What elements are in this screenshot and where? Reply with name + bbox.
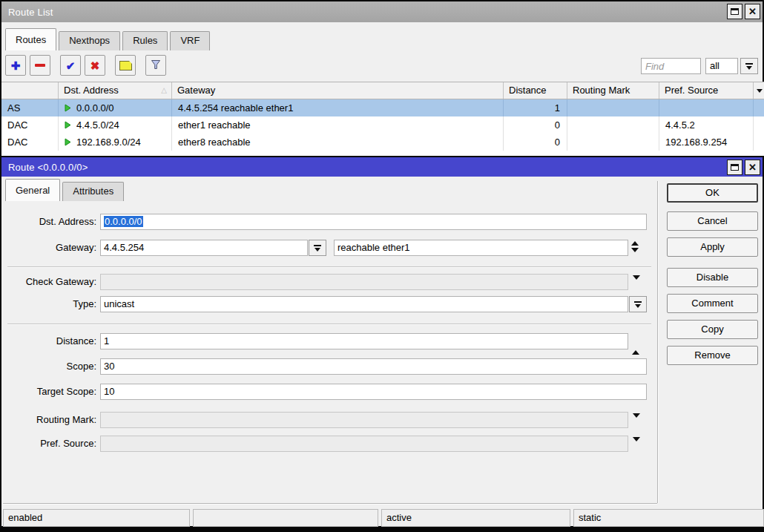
comment-button[interactable] — [115, 55, 136, 76]
column-header-routing_mark[interactable]: Routing Mark — [567, 82, 659, 99]
filter-scope-dropdown-button[interactable] — [740, 58, 758, 74]
field-row-routing-mark: Routing Mark: — [1, 412, 654, 428]
status-enabled: enabled — [3, 509, 190, 527]
check-gateway-input[interactable] — [100, 274, 628, 290]
scope-label: Scope: — [1, 358, 96, 375]
comment-button[interactable]: Comment — [667, 294, 758, 313]
plus-icon: ✚ — [11, 60, 21, 71]
dialog-maximize-button[interactable] — [727, 160, 742, 175]
disable-button[interactable]: ✖ — [85, 55, 105, 76]
route-list-titlebar[interactable]: Route List ✕ — [1, 1, 763, 22]
field-row-gateway: Gateway: 4.4.5.254 reachable ether1 — [1, 240, 654, 256]
cell-dst: 192.168.9.0/24 — [59, 134, 172, 151]
route-dialog-tabs: GeneralAttributes — [5, 179, 126, 201]
remove-button[interactable]: Remove — [667, 346, 758, 365]
window-title: Route List — [8, 7, 53, 18]
separator — [7, 324, 651, 325]
target-scope-input[interactable]: 10 — [100, 384, 647, 400]
close-button[interactable]: ✕ — [745, 4, 760, 19]
dialog-title: Route <0.0.0.0/0> — [8, 162, 88, 173]
table-row[interactable]: AS0.0.0.0/04.4.5.254 reachable ether11 — [1, 99, 764, 116]
remove-button[interactable] — [30, 55, 50, 76]
ok-button[interactable]: OK — [667, 183, 758, 203]
routing-mark-input[interactable] — [100, 412, 628, 428]
funnel-icon — [150, 59, 162, 73]
status-active: active — [381, 509, 570, 527]
check-icon: ✔ — [66, 60, 76, 71]
type-label: Type: — [1, 296, 96, 312]
distance-collapse-arrow[interactable] — [632, 339, 639, 350]
copy-button[interactable]: Copy — [667, 320, 758, 339]
gateway-status-box: reachable ether1 — [334, 240, 628, 256]
separator — [7, 266, 651, 268]
gateway-add-remove-control[interactable] — [631, 241, 639, 252]
dropdown-bar-icon — [745, 63, 753, 70]
apply-button[interactable]: Apply — [667, 237, 758, 257]
tab-routes[interactable]: Routes — [5, 28, 56, 50]
distance-input[interactable]: 1 — [100, 333, 628, 349]
table-row[interactable]: DAC4.4.5.0/24ether1 reachable04.4.5.2 — [1, 116, 764, 134]
column-header-distance[interactable]: Distance — [504, 82, 567, 99]
tab-nexthops[interactable]: Nexthops — [59, 31, 120, 50]
gateway-input[interactable]: 4.4.5.254 — [100, 240, 308, 256]
cell-gateway: 4.4.5.254 reachable ether1 — [172, 99, 504, 116]
check-gateway-expand-arrow[interactable] — [633, 280, 640, 291]
down-arrow-icon — [633, 413, 640, 429]
status-blank — [193, 509, 378, 527]
down-arrow-icon — [631, 248, 639, 252]
column-header-dst[interactable]: Dst. Address△ — [59, 82, 172, 99]
pref-source-expand-arrow[interactable] — [633, 441, 640, 453]
gateway-dropdown-button[interactable] — [309, 240, 326, 256]
find-input[interactable] — [641, 58, 701, 74]
dst-address-label: Dst. Address: — [1, 214, 96, 230]
route-list-window: Route List ✕ RoutesNexthopsRulesVRF ✚ ✔ … — [0, 0, 764, 157]
note-icon — [119, 61, 132, 70]
add-button[interactable]: ✚ — [5, 55, 26, 76]
route-dialog-titlebar[interactable]: Route <0.0.0.0/0> ✕ — [1, 157, 763, 177]
dialog-tab-attributes[interactable]: Attributes — [62, 182, 124, 201]
pref-source-input[interactable] — [100, 436, 628, 452]
route-table: AS0.0.0.0/04.4.5.254 reachable ether11DA… — [1, 99, 764, 157]
cell-distance: 0 — [504, 116, 567, 134]
dialog-tab-general[interactable]: General — [5, 179, 60, 201]
cell-pref_source: 192.168.9.254 — [659, 134, 754, 151]
column-header-gateway[interactable]: Gateway — [172, 82, 504, 99]
scope-input[interactable]: 30 — [100, 358, 647, 375]
down-arrow-icon — [633, 437, 640, 453]
field-row-check-gateway: Check Gateway: — [1, 274, 654, 290]
dst-address-input[interactable]: 0.0.0.0/0 — [100, 214, 647, 230]
cancel-button[interactable]: Cancel — [667, 211, 758, 231]
close-icon: ✕ — [748, 162, 757, 172]
filter-button[interactable] — [145, 55, 166, 76]
maximize-icon — [731, 8, 739, 15]
enable-button[interactable]: ✔ — [60, 55, 81, 76]
column-options-button[interactable] — [754, 82, 764, 99]
type-dropdown-button[interactable] — [629, 296, 647, 312]
cell-routing_mark — [567, 116, 659, 134]
tab-rules[interactable]: Rules — [122, 31, 168, 50]
dialog-close-button[interactable]: ✕ — [745, 160, 760, 175]
down-arrow-icon — [633, 275, 640, 291]
type-input[interactable]: unicast — [100, 296, 628, 312]
table-row[interactable]: DAC192.168.9.0/24ether8 reachable0192.16… — [1, 134, 764, 151]
selected-text: 0.0.0.0/0 — [104, 216, 143, 227]
route-dialog-window: Route <0.0.0.0/0> ✕ GeneralAttributes Ds… — [0, 156, 764, 528]
routing-mark-expand-arrow[interactable] — [633, 418, 640, 429]
filter-scope-select[interactable]: all — [705, 58, 738, 74]
route-active-icon — [65, 120, 71, 131]
tab-vrf[interactable]: VRF — [170, 31, 210, 50]
cell-dst: 0.0.0.0/0 — [59, 99, 172, 116]
close-icon: ✕ — [748, 7, 757, 16]
pref-source-label: Pref. Source: — [1, 436, 96, 452]
up-arrow-icon — [632, 339, 639, 355]
cell-distance: 0 — [504, 134, 567, 151]
column-header-flags[interactable] — [1, 82, 59, 99]
field-row-dst-address: Dst. Address: 0.0.0.0/0 — [1, 214, 654, 230]
maximize-button[interactable] — [727, 4, 742, 19]
disable-button[interactable]: Disable — [667, 268, 758, 287]
field-row-type: Type: unicast — [1, 296, 654, 312]
routing-mark-label: Routing Mark: — [1, 412, 96, 428]
column-header-pref_source[interactable]: Pref. Source — [659, 82, 754, 99]
content-divider — [657, 181, 659, 503]
gateway-label: Gateway: — [1, 240, 96, 256]
